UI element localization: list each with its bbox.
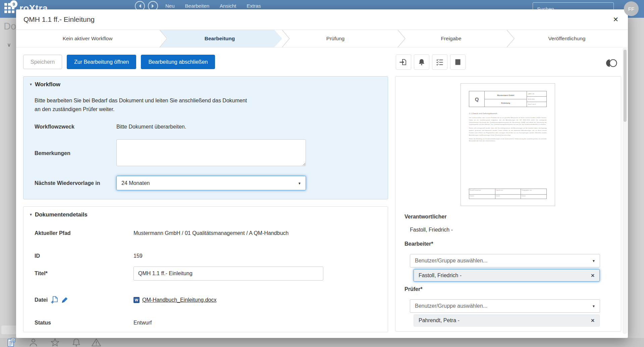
preview-header-table: Q Mustermann GmbH Einleitung QMH 1.1ff. … — [469, 91, 547, 107]
close-icon[interactable]: ✕ — [611, 16, 621, 23]
preview-footer-cell: Geprüft von — [495, 189, 521, 194]
pruefer-select[interactable]: Benutzer/Gruppe auswählen... ▼ — [410, 299, 600, 313]
preview-footer-cell: Erstellt Datum/von — [469, 189, 495, 194]
dialog-header: QMH 1.1 ff.- Einleitung ✕ — [16, 9, 628, 30]
wiedervorlage-value: 24 Monaten — [121, 180, 150, 186]
pruefer-placeholder: Benutzer/Gruppe auswählen... — [415, 303, 487, 309]
scrollbar — [623, 48, 627, 334]
word-file-icon: W — [133, 297, 140, 303]
pfad-value: Mustermann GmbH / 01 Qualitätsmanagement… — [133, 230, 369, 236]
document-dialog: QMH 1.1 ff.- Einleitung ✕ Kein aktiver W… — [16, 9, 628, 338]
warning-icon[interactable] — [91, 338, 102, 347]
person-icon[interactable] — [29, 338, 38, 347]
open-for-editing-button[interactable]: Zur Bearbeitung öffnen — [67, 55, 136, 69]
verantwortlicher-value: Fastoll, Friedrich - — [410, 227, 453, 233]
checklist-button[interactable] — [432, 54, 447, 70]
right-panel-card: Q Mustermann GmbH Einleitung QMH 1.1ff. … — [395, 76, 621, 332]
notifications-button[interactable] — [414, 54, 429, 70]
preview-footer-table: Erstellt Datum/von Geprüft von Freigegeb… — [469, 189, 547, 199]
chevron-down-icon: ▼ — [592, 304, 595, 308]
edit-pen-icon[interactable] — [61, 297, 68, 303]
pruefer-chip[interactable]: Pahrendt, Petra - ✕ — [414, 314, 600, 327]
menu-item-neu[interactable]: Neu — [165, 3, 175, 9]
star-icon[interactable] — [50, 338, 60, 347]
wiedervorlage-row: Nächste Wiedervorlage in 24 Monaten ▼ — [35, 176, 369, 190]
id-label: ID — [35, 253, 133, 259]
document-d-icon[interactable]: D — [7, 338, 16, 347]
workflow-card-header[interactable]: ▼Workflow — [23, 77, 388, 88]
preview-section-heading: 1.1 Zweck und Geltungsbereich — [469, 112, 497, 114]
save-button[interactable]: Speichern — [23, 55, 62, 69]
step-separator-icon — [397, 30, 406, 47]
pruefer-chip-label: Pahrendt, Petra - — [419, 317, 460, 324]
workflowzweck-row: Workflowzweck Bitte Dokument überarbeite… — [35, 124, 369, 130]
document-preview[interactable]: Q Mustermann GmbH Einleitung QMH 1.1ff. … — [461, 83, 555, 206]
verantwortlicher-label: Verantwortlicher — [405, 214, 446, 220]
step-separator-icon — [159, 30, 167, 47]
bearbeiter-select[interactable]: Benutzer/Gruppe auswählen... ▼ — [410, 254, 600, 267]
svg-text:D: D — [12, 339, 14, 342]
finish-editing-button[interactable]: Bearbeitung abschließen — [141, 55, 215, 69]
step-kein-aktiver-workflow[interactable]: Kein aktiver Workflow — [63, 30, 113, 47]
collapse-chevron-icon[interactable]: ∨ — [7, 42, 11, 48]
preview-company: Mustermann GmbH — [485, 91, 527, 99]
remove-icon[interactable]: ✕ — [591, 273, 595, 278]
bell-icon — [418, 58, 426, 66]
status-row: Status Entwurf — [35, 320, 369, 326]
top-menu: Neu Bearbeiten Ansicht Extras — [165, 3, 261, 9]
stop-button[interactable] — [450, 54, 466, 70]
checkin-document-button[interactable] — [396, 54, 411, 70]
details-card-title: Dokumentendetails — [35, 211, 88, 218]
chevron-down-icon: ▼ — [592, 259, 595, 263]
preview-page: Seite 1 von 6 — [527, 102, 546, 107]
avatar[interactable]: FF — [624, 1, 639, 16]
preview-doc-no: QMH 1.1ff. — [527, 91, 546, 96]
scrollbar-thumb[interactable] — [624, 50, 627, 122]
preview-footer-cell: Datum — [469, 194, 495, 199]
contrast-toggle-icon[interactable] — [605, 58, 618, 68]
bearbeiter-label: Bearbeiter* — [405, 241, 433, 247]
remove-icon[interactable]: ✕ — [591, 318, 595, 323]
bearbeiter-chip[interactable]: Fastoll, Friedrich - ✕ — [414, 269, 600, 282]
preview-date: 04.11.2020 — [527, 96, 546, 101]
preview-footer-cell: Freigegeben von — [521, 189, 546, 194]
add-file-icon[interactable] — [51, 296, 58, 304]
stop-square-icon — [454, 58, 462, 66]
step-bearbeitung[interactable]: Bearbeitung — [205, 30, 235, 47]
menu-item-extras[interactable]: Extras — [247, 3, 261, 9]
bearbeiter-placeholder: Benutzer/Gruppe auswählen... — [415, 258, 487, 264]
id-row: ID 159 — [35, 253, 369, 259]
preview-body-text: Um sicherzustellen, dass unsere Produkte… — [469, 117, 547, 144]
datei-row: Datei W QM-Handbuch_Einleitung.docx — [35, 296, 369, 304]
workflow-card-title: Workflow — [35, 81, 60, 88]
pruefer-label: Prüfer* — [405, 286, 422, 292]
titel-label: Titel* — [35, 270, 133, 277]
preview-paragraph: Um sicherzustellen, dass unsere Produkte… — [469, 117, 547, 126]
wiedervorlage-select[interactable]: 24 Monaten ▼ — [116, 176, 306, 190]
workflow-intro-line1: Bitte bearbeiten Sie bei Bedarf das Doku… — [35, 96, 369, 105]
bell-icon[interactable] — [71, 338, 81, 347]
preview-doc-title: Einleitung — [485, 99, 527, 107]
step-separator-icon — [282, 30, 290, 47]
bemerkungen-textarea[interactable] — [116, 139, 306, 166]
step-veroeffentlichung[interactable]: Veröffentlichung — [548, 30, 586, 47]
file-link[interactable]: QM-Handbuch_Einleitung.docx — [142, 297, 216, 303]
dialog-title: QMH 1.1 ff.- Einleitung — [23, 15, 95, 23]
screen: 9 roXtra Neu Bearbeiten Ansicht Extras S… — [0, 0, 644, 347]
preview-footer-cell: Datum — [495, 194, 521, 199]
preview-paragraph: Ferner soll sichergestellt werden, dass … — [469, 127, 547, 136]
notification-badge: 9 — [10, 0, 17, 8]
bemerkungen-label: Bemerkungen — [35, 150, 116, 156]
status-value: Entwurf — [133, 320, 369, 326]
step-pruefung[interactable]: Prüfung — [326, 30, 344, 47]
preview-paragraph: Neben der Erfüllung von Kundenanforderun… — [469, 138, 547, 143]
titel-input[interactable] — [133, 266, 323, 281]
menu-item-ansicht[interactable]: Ansicht — [220, 3, 236, 9]
wiedervorlage-label: Nächste Wiedervorlage in — [35, 180, 116, 186]
bemerkungen-row: Bemerkungen — [35, 139, 369, 167]
details-card-header[interactable]: ▼Dokumentendetails — [23, 207, 388, 218]
pfad-row: Aktueller Pfad Mustermann GmbH / 01 Qual… — [35, 230, 369, 236]
menu-item-bearbeiten[interactable]: Bearbeiten — [185, 3, 210, 9]
step-freigabe[interactable]: Freigabe — [441, 30, 461, 47]
preview-logo: Q — [469, 91, 485, 107]
